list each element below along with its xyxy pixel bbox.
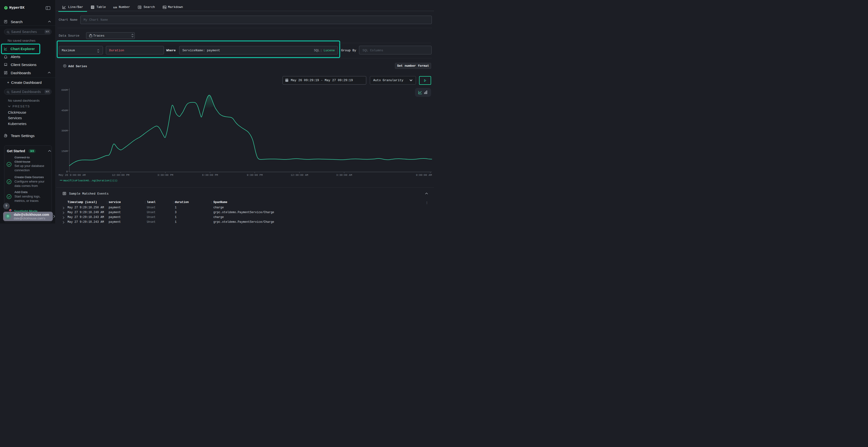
svg-text:9:30:00 PM: 9:30:00 PM (247, 174, 262, 176)
svg-text:May 26 9:00:00 AM: May 26 9:00:00 AM (59, 174, 86, 176)
svg-text:150M: 150M (61, 150, 68, 153)
svg-text:6:30:00 PM: 6:30:00 PM (202, 174, 218, 176)
svg-text:3:30:00 AM: 3:30:00 AM (336, 174, 352, 176)
svg-text:450M: 450M (61, 109, 68, 112)
svg-text:3:30:00 PM: 3:30:00 PM (157, 174, 173, 176)
svg-text:600M: 600M (61, 89, 68, 92)
svg-text:12:30:00 PM: 12:30:00 PM (112, 174, 129, 176)
svg-text:9:00:00 AM: 9:00:00 AM (416, 174, 432, 176)
svg-text:maxIf(toFloat64O..ng(Duration): maxIf(toFloat64O..ng(Duration))))) (63, 179, 117, 182)
svg-text:12:30:00 AM: 12:30:00 AM (291, 174, 308, 176)
svg-text:0: 0 (66, 170, 68, 173)
svg-text:300M: 300M (61, 129, 68, 132)
